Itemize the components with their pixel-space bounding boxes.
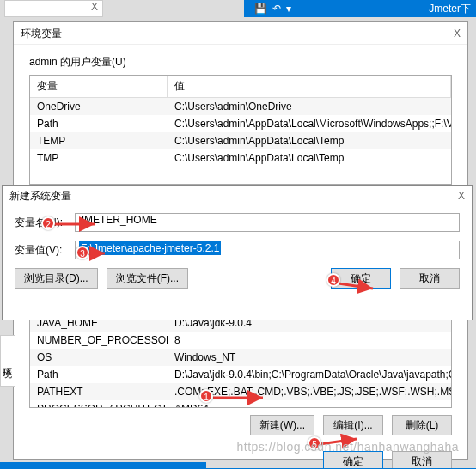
env-titlebar: 环境变量 X [14,22,467,45]
delete-button[interactable]: 删除(L) [392,415,452,436]
browse-dir-button[interactable]: 浏览目录(D)... [15,268,98,289]
desktop-background: 💾 ↶ ▾ Jmeter下 X 环境变量 X admin 的用户变量(U) 变量… [0,0,476,469]
var-value-cell: C:\Users\admin\AppData\Local\Microsoft\W… [168,115,451,132]
dialog-cancel-button[interactable]: 取消 [400,268,460,289]
background-window-stub: X [4,0,103,17]
var-value-cell: Windows_NT [168,349,451,366]
watermark-text: https://blog.csdn.net/hanhanwanghaha [236,440,459,454]
var-value-label: 变量值(V): [15,243,75,258]
cancel-button[interactable]: 取消 [392,451,452,469]
close-icon[interactable]: X [458,186,465,206]
undo-icon[interactable]: ↶ [272,3,281,15]
var-name-cell: Path [30,366,168,383]
var-name-cell: TEMP [30,132,168,149]
annotation-arrow-4 [337,273,380,294]
browse-file-button[interactable]: 浏览文件(F)... [107,268,188,289]
var-name-cell: OneDrive [30,98,168,115]
table-row[interactable]: NUMBER_OF_PROCESSORS8 [30,332,451,349]
left-sidebar-stub: 环境 [0,335,15,387]
annotation-arrow-2 [52,216,103,232]
redo-dropdown-icon[interactable]: ▾ [286,3,291,15]
var-name-cell: NUMBER_OF_PROCESSORS [30,332,168,349]
new-system-variable-dialog: 新建系统变量 X 变量名(N): JMETER_HOME 变量值(V): F:\… [2,185,473,320]
annotation-marker-1: 1 [199,389,213,403]
var-name-cell: OS [30,349,168,366]
var-value-cell: C:\Users\admin\AppData\Local\Temp [168,149,451,167]
var-name-cell: PATHEXT [30,383,168,400]
table-row[interactable]: TEMPC:\Users\admin\AppData\Local\Temp [30,132,451,149]
annotation-marker-3: 3 [76,246,89,259]
env-title-text: 环境变量 [21,22,62,44]
annotation-arrow-3 [86,246,112,261]
table-row[interactable]: OSWindows_NT [30,349,451,366]
var-name-cell: Path [30,115,168,132]
table-row[interactable]: PathD:\Java\jdk-9.0.4\bin;C:\ProgramData… [30,366,451,383]
annotation-marker-4: 4 [326,273,340,287]
var-name-cell: PROCESSOR_ARCHITECTURE [30,400,168,408]
var-value-cell: C:\Users\admin\OneDrive [168,98,451,115]
table-row[interactable]: OneDriveC:\Users\admin\OneDrive [30,98,451,115]
user-vars-list[interactable]: 变量 值 OneDriveC:\Users\admin\OneDrivePath… [29,75,452,185]
new-button[interactable]: 新建(W)... [250,415,314,436]
annotation-marker-2: 2 [41,216,55,230]
var-name-cell: TMP [30,149,168,167]
var-name-input[interactable]: JMETER_HOME [75,213,460,232]
table-row[interactable]: TMPC:\Users\admin\AppData\Local\Temp [30,149,451,167]
annotation-arrow-1 [211,389,272,406]
table-row[interactable]: PathC:\Users\admin\AppData\Local\Microso… [30,115,451,132]
var-value-cell: 8 [168,332,451,349]
close-icon[interactable]: X [454,22,461,44]
var-value-cell: D:\Java\jdk-9.0.4\bin;C:\ProgramData\Ora… [168,366,451,383]
col-header-variable[interactable]: 变量 [30,76,168,97]
svg-line-2 [339,283,373,289]
var-value-cell: C:\Users\admin\AppData\Local\Temp [168,132,451,149]
user-vars-label: admin 的用户变量(U) [29,55,452,70]
edit-button[interactable]: 编辑(I)... [323,415,383,436]
save-icon[interactable]: 💾 [254,3,267,15]
dialog-title: 新建系统变量 [9,186,71,206]
col-header-value[interactable]: 值 [168,76,451,97]
var-value-input[interactable]: F:\Jmeter\apache-jmeter-5.2.1 [75,241,460,259]
vs-titlebar: 💾 ↶ ▾ Jmeter下 [244,0,476,17]
close-icon[interactable]: X [87,1,102,13]
vs-window-title: Jmeter下 [429,2,471,16]
